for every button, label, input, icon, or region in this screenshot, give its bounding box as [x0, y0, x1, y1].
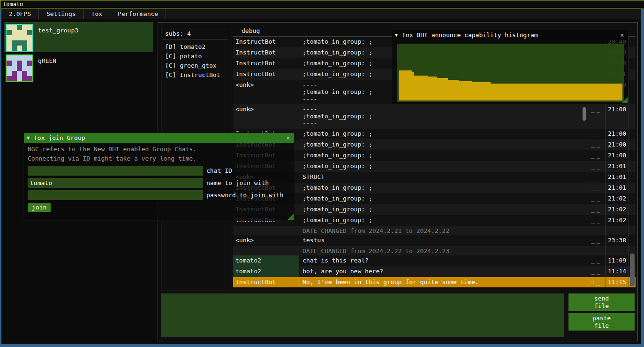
- histogram-bar: [472, 82, 490, 100]
- message-row[interactable]: tomato2bot, are you new here?__11:14: [233, 266, 636, 277]
- menu-item-performance[interactable]: Performance: [110, 9, 166, 19]
- message-input[interactable]: [161, 293, 564, 337]
- timestamp: 21:00: [606, 150, 629, 161]
- message-text: ;tomato_in_group: ;: [299, 139, 588, 150]
- collapse-icon[interactable]: ▼: [395, 32, 398, 38]
- scrollbar-gutter: [629, 129, 636, 139]
- scrollbar-gutter: [629, 215, 636, 226]
- frame-right-edge: [641, 9, 644, 347]
- join-group-titlebar[interactable]: ▼ Tox join Group ✕: [24, 133, 294, 143]
- scrollbar-gutter: [629, 37, 636, 47]
- scrollbar-gutter: [629, 150, 636, 161]
- group-avatar: [6, 24, 33, 52]
- close-icon[interactable]: ✕: [619, 31, 625, 39]
- frame-bottom-edge: [0, 344, 644, 347]
- delivery-status: [588, 246, 606, 255]
- message-text: chat is this real?: [299, 255, 588, 266]
- delivery-status: __: [588, 215, 606, 226]
- subs-separator: [163, 39, 228, 39]
- collapse-icon[interactable]: ▼: [27, 135, 30, 140]
- message-row[interactable]: InstructBotNo, I've been in this group f…: [233, 277, 636, 287]
- close-icon[interactable]: ✕: [285, 134, 291, 141]
- histogram-bar: [399, 70, 412, 100]
- message-text: bot, are you new here?: [299, 266, 588, 277]
- sender-name: InstructBot: [233, 58, 299, 69]
- scrollbar-gutter: [629, 204, 636, 215]
- timestamp: 21:00: [606, 129, 629, 139]
- send-file-button[interactable]: send file: [568, 293, 635, 311]
- message-row[interactable]: <unk>testus__23:38: [233, 235, 636, 246]
- histogram-bar: [437, 78, 448, 100]
- sender-name: InstructBot: [233, 47, 299, 58]
- date-changed-row[interactable]: DATE CHANGED from 2024.2.22 to 2024.2.23: [233, 246, 636, 255]
- chat-scrollbar-thumb[interactable]: [630, 254, 635, 286]
- group-item-test_group3[interactable]: test_group3: [4, 22, 153, 52]
- timestamp: 11:15: [606, 277, 629, 287]
- delivery-status: __: [588, 183, 606, 193]
- menu-item-settings[interactable]: Settings: [39, 9, 84, 19]
- timestamp: 21:00: [606, 139, 629, 150]
- timestamp: 21:01: [606, 161, 629, 172]
- delivery-status: __: [588, 235, 606, 246]
- menu-item-tox[interactable]: Tox: [84, 9, 110, 19]
- histogram-plot: [397, 44, 624, 102]
- tab-debug[interactable]: debug: [233, 26, 266, 34]
- timestamp: 11:14: [606, 266, 629, 277]
- chat-id-input[interactable]: [28, 166, 203, 176]
- group-name: test_group3: [33, 24, 78, 50]
- scrollbar-gutter: [629, 47, 636, 58]
- message-text: ;tomato_in_group: ;: [299, 193, 588, 204]
- delivery-status: __: [588, 150, 606, 161]
- scrollbar-gutter: [629, 193, 636, 204]
- scrollbar-gutter: [629, 235, 636, 246]
- group-item-gREEN[interactable]: gREEN: [4, 53, 153, 83]
- subs-header: subs: 4: [165, 30, 226, 37]
- message-text: ;tomato_in_group: ;: [299, 204, 588, 215]
- scrollbar-gutter: [629, 104, 636, 129]
- paste-file-button[interactable]: paste file: [568, 313, 635, 331]
- member-item[interactable]: [C] green_qtox: [165, 61, 226, 70]
- inner-scrollbar-thumb[interactable]: [583, 107, 586, 121]
- subs-list: [D] tomato2[C] potato[C] green_qtox[C] I…: [165, 42, 226, 80]
- window-titlebar[interactable]: tomato: [0, 0, 644, 8]
- join-group-window: ▼ Tox join Group ✕ NGC refers to the New…: [23, 132, 295, 221]
- dht-histogram-titlebar[interactable]: ▼ Tox DHT announce capability histogram …: [392, 30, 628, 40]
- delivery-status: __: [588, 139, 606, 150]
- message-text: STRUCT: [299, 172, 588, 183]
- dht-histogram-window: ▼ Tox DHT announce capability histogram …: [392, 30, 629, 104]
- scrollbar-gutter: [629, 172, 636, 183]
- sender-name: <unk>: [233, 80, 299, 104]
- delivery-status: __: [588, 204, 606, 215]
- member-item[interactable]: [C] potato: [165, 52, 226, 61]
- resize-grip-icon[interactable]: [288, 214, 294, 220]
- join-password-input[interactable]: [28, 190, 203, 200]
- member-item[interactable]: [C] InstructBot: [165, 70, 226, 80]
- timestamp: 21:02: [606, 215, 629, 226]
- date-changed-text: DATE CHANGED from 2024.2.21 to 2024.2.22: [299, 226, 588, 235]
- date-changed-text: DATE CHANGED from 2024.2.22 to 2024.2.23: [299, 246, 588, 255]
- member-item[interactable]: [D] tomato2: [165, 42, 226, 52]
- message-text: No, I've been in this group for quite so…: [299, 277, 588, 287]
- histogram-bar: [448, 80, 459, 100]
- timestamp: 21:01: [606, 172, 629, 183]
- delivery-status: [588, 226, 606, 235]
- date-changed-row[interactable]: DATE CHANGED from 2024.2.21 to 2024.2.22: [233, 226, 636, 235]
- group-name: gREEN: [33, 54, 56, 81]
- scrollbar-gutter: [629, 183, 636, 193]
- sender-name: [233, 246, 299, 255]
- message-row[interactable]: tomato2chat is this real?__11:09: [233, 255, 636, 266]
- sender-name: tomato2: [233, 266, 299, 277]
- delivery-status: __: [588, 266, 606, 277]
- resize-grip-icon[interactable]: [621, 97, 628, 103]
- message-text: ;tomato_in_group: ;: [299, 183, 588, 193]
- join-note-line-2: Connecting via ID might take a very long…: [28, 154, 290, 163]
- join-button[interactable]: join: [28, 203, 51, 212]
- histogram-bar: [491, 84, 622, 100]
- message-row[interactable]: <unk>---- ;tomato_in_group: ; ----__21:0…: [233, 104, 636, 129]
- message-text: ;tomato_in_group: ;: [299, 161, 588, 172]
- join-name-input[interactable]: [28, 178, 203, 188]
- timestamp: [606, 246, 629, 255]
- menu-item-2-0fps[interactable]: 2.0FPS: [1, 9, 39, 19]
- timestamp: 21:01: [606, 183, 629, 193]
- histogram-bar: [414, 76, 428, 100]
